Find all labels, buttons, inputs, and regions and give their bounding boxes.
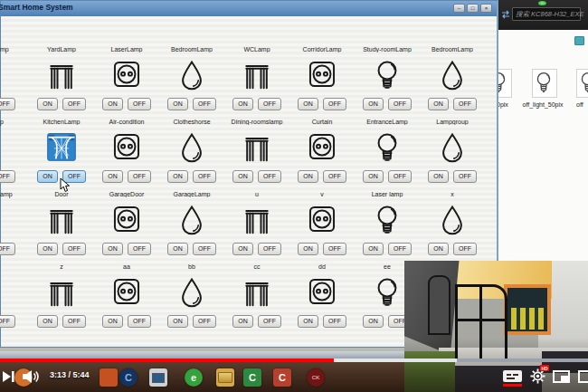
off-button[interactable]: OFF (388, 170, 412, 183)
socket-icon[interactable] (306, 56, 338, 92)
off-button[interactable]: OFF (453, 98, 477, 110)
socket-icon[interactable] (306, 273, 338, 310)
drop-icon[interactable] (436, 56, 469, 92)
curtain-icon[interactable] (45, 56, 78, 92)
file-icon-bulb[interactable] (576, 69, 588, 98)
on-button[interactable]: ON (37, 170, 58, 183)
off-button[interactable]: OFF (453, 243, 477, 255)
explorer-pane-icon[interactable] (574, 36, 584, 45)
off-button[interactable]: OFF (323, 98, 346, 110)
curtain-icon[interactable] (45, 201, 78, 237)
off-button[interactable]: OFF (0, 243, 15, 255)
bulb-icon[interactable] (371, 56, 403, 92)
off-button[interactable]: OFF (258, 98, 281, 110)
off-button[interactable]: OFF (62, 243, 86, 255)
curtain-icon[interactable] (241, 129, 273, 165)
bulb-icon[interactable] (371, 273, 403, 310)
device-label: dd (289, 263, 355, 270)
off-button[interactable]: OFF (258, 243, 281, 255)
drop-icon[interactable] (436, 201, 469, 237)
off-button[interactable]: OFF (62, 315, 86, 328)
on-button[interactable]: ON (167, 243, 188, 255)
file-icon-bulb[interactable] (532, 69, 557, 98)
on-button[interactable]: ON (298, 170, 318, 183)
off-button[interactable]: OFF (128, 315, 151, 328)
drop-icon[interactable] (175, 273, 208, 310)
device-cell: GarageLamp ONOFF (159, 188, 224, 259)
socket-icon[interactable] (110, 201, 143, 237)
video-progress-bar[interactable] (0, 359, 588, 362)
off-button[interactable]: OFF (453, 170, 477, 183)
socket-icon[interactable] (110, 273, 143, 310)
off-button[interactable]: OFF (193, 170, 216, 183)
off-button[interactable]: OFF (193, 315, 216, 328)
on-button[interactable]: ON (298, 98, 318, 110)
theater-mode-button[interactable] (578, 370, 588, 383)
off-button[interactable]: OFF (323, 315, 346, 328)
curtain-icon[interactable] (241, 56, 273, 92)
on-button[interactable]: ON (363, 243, 384, 255)
curtain-icon[interactable] (45, 273, 78, 310)
off-button[interactable]: OFF (323, 170, 346, 183)
on-button[interactable]: ON (37, 98, 58, 110)
curtain-selected-icon[interactable] (45, 129, 78, 165)
drop-icon[interactable] (175, 56, 208, 92)
onoff-button-row: ONOFF (289, 170, 355, 183)
on-button[interactable]: ON (37, 315, 58, 328)
onoff-button-row: ONOFF (355, 170, 420, 183)
on-button[interactable]: ON (363, 98, 384, 110)
file-icon-bulb[interactable] (498, 69, 512, 98)
socket-icon[interactable] (110, 129, 143, 165)
off-button[interactable]: OFF (128, 243, 151, 255)
on-button[interactable]: ON (37, 243, 58, 255)
on-button[interactable]: ON (167, 315, 188, 328)
off-button[interactable]: OFF (323, 243, 346, 255)
on-button[interactable]: ON (298, 243, 318, 255)
on-button[interactable]: ON (428, 98, 449, 110)
off-button[interactable]: OFF (193, 243, 216, 255)
off-button[interactable]: OFF (193, 98, 216, 110)
on-button[interactable]: ON (232, 315, 253, 328)
volume-button[interactable] (22, 369, 40, 384)
next-video-button[interactable] (2, 370, 15, 383)
drop-icon[interactable] (175, 129, 208, 165)
off-button[interactable]: OFF (258, 170, 281, 183)
off-button[interactable]: OFF (388, 243, 412, 255)
off-button[interactable]: OFF (128, 98, 151, 110)
socket-icon[interactable] (306, 129, 338, 165)
on-button[interactable]: ON (363, 170, 384, 183)
curtain-icon[interactable] (241, 201, 273, 237)
search-input[interactable]: 搜索 KC868-H32_EXE (512, 7, 581, 21)
on-button[interactable]: ON (363, 315, 384, 328)
device-cell: CorridorLamp ONOFF (289, 43, 355, 114)
on-button[interactable]: ON (102, 315, 123, 328)
on-button[interactable]: ON (167, 98, 188, 110)
on-button[interactable]: ON (102, 98, 123, 110)
off-button[interactable]: OFF (62, 98, 86, 110)
on-button[interactable]: ON (102, 170, 123, 183)
off-button[interactable]: OFF (258, 315, 281, 328)
on-button[interactable]: ON (232, 98, 253, 110)
refresh-icon[interactable] (501, 9, 510, 20)
on-button[interactable]: ON (167, 170, 188, 183)
off-button[interactable]: OFF (0, 98, 15, 110)
drop-icon[interactable] (436, 129, 469, 165)
off-button[interactable]: OFF (0, 170, 15, 183)
on-button[interactable]: ON (428, 243, 449, 255)
socket-icon[interactable] (110, 56, 143, 92)
on-button[interactable]: ON (428, 170, 449, 183)
on-button[interactable]: ON (232, 243, 253, 255)
curtain-icon[interactable] (241, 273, 273, 310)
bulb-icon[interactable] (371, 201, 403, 237)
socket-icon[interactable] (306, 201, 338, 237)
on-button[interactable]: ON (102, 243, 123, 255)
off-button[interactable]: OFF (128, 170, 151, 183)
off-button[interactable]: OFF (0, 315, 15, 328)
on-button[interactable]: ON (298, 315, 318, 328)
off-button[interactable]: OFF (388, 98, 412, 110)
subtitles-button[interactable] (503, 370, 522, 382)
bulb-icon[interactable] (371, 129, 403, 165)
on-button[interactable]: ON (232, 170, 253, 183)
miniplayer-button[interactable] (553, 370, 570, 383)
drop-icon[interactable] (175, 201, 208, 237)
